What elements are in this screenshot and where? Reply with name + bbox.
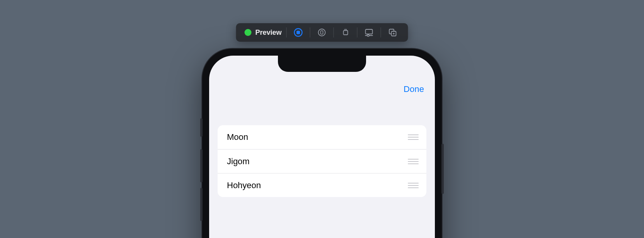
reorder-handle-icon[interactable] [408,183,419,188]
xcode-preview-toolbar: Preview [236,23,408,42]
live-preview-icon [294,28,303,37]
list-item[interactable]: Moon [218,125,426,149]
reorder-handle-icon[interactable] [408,134,419,140]
svg-point-7 [367,35,369,37]
selectable-icon [318,28,326,37]
preview-status-section: Preview [240,23,286,42]
preview-label: Preview [255,29,281,37]
rotate-icon [341,28,350,37]
phone-notch [278,56,366,72]
done-button[interactable]: Done [404,84,424,94]
svg-rect-1 [296,31,300,34]
mute-switch [200,118,203,137]
live-preview-button[interactable] [291,26,305,39]
svg-point-2 [319,29,325,36]
variants-button[interactable] [386,26,400,39]
power-button [441,144,444,194]
phone-mockup: Done Moon Jigom [202,49,442,238]
preview-running-indicator [244,29,251,36]
svg-rect-4 [344,31,348,35]
svg-rect-5 [366,29,373,34]
phone-screen: Done Moon Jigom [209,56,435,238]
svg-rect-3 [321,31,323,34]
list-item-label: Moon [227,132,248,142]
device-settings-button[interactable] [362,26,376,39]
list-area: Moon Jigom Hohyeon [209,97,435,197]
variants-icon [388,28,397,37]
list-item-label: Jigom [227,156,250,167]
phone-frame: Done Moon Jigom [202,49,442,238]
list-card: Moon Jigom Hohyeon [218,125,426,197]
selectable-mode-button[interactable] [315,26,329,39]
orientation-button[interactable] [339,26,353,39]
volume-up-button [200,149,203,182]
volume-down-button [200,188,203,221]
device-settings-icon [365,28,374,37]
reorder-handle-icon[interactable] [408,159,419,164]
list-item[interactable]: Jigom [218,149,426,173]
list-item[interactable]: Hohyeon [218,173,426,197]
list-item-label: Hohyeon [227,180,261,190]
